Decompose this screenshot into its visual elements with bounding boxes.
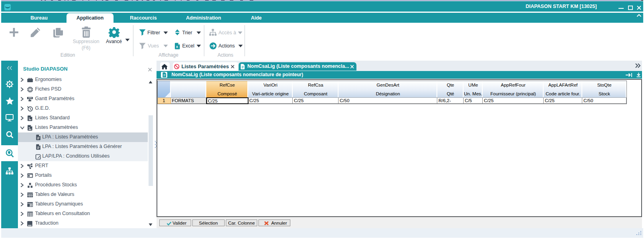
svg-text:x: x xyxy=(176,45,178,49)
